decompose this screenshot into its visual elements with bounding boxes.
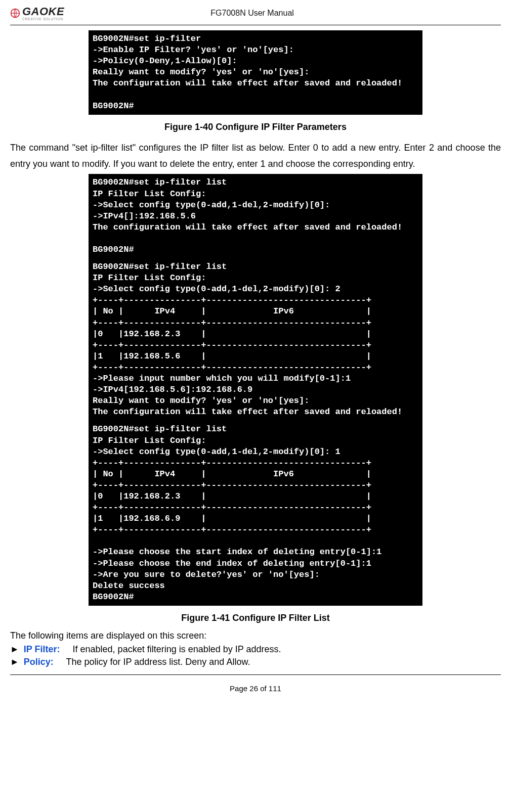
item-line-ip-filter: ► IP Filter: If enabled, packet filterin… xyxy=(10,644,501,655)
figure-caption-1: Figure 1-40 Configure IP Filter Paramete… xyxy=(10,122,501,132)
terminal-output-1: BG9002N#set ip-filter ->Enable IP Filter… xyxy=(89,30,422,115)
terminal-output-3: BG9002N#set ip-filter list IP Filter Lis… xyxy=(89,258,422,421)
logo-main: GAOKE xyxy=(22,5,64,18)
figure-caption-2: Figure 1-41 Configure IP Filter List xyxy=(10,613,501,623)
item-desc-ip-filter: If enabled, packet filtering is enabled … xyxy=(73,644,281,654)
bullet-icon: ► xyxy=(10,644,19,654)
logo-text-block: GAOKE CREATIVE SOLUTION xyxy=(22,5,64,21)
terminal-block-2: BG9002N#set ip-filter list IP Filter Lis… xyxy=(89,174,422,605)
header-divider xyxy=(10,25,501,25)
item-desc-policy: The policy for IP address list. Deny and… xyxy=(66,657,250,667)
globe-icon xyxy=(10,8,20,18)
terminal-output-2: BG9002N#set ip-filter list IP Filter Lis… xyxy=(89,174,422,258)
item-label-policy: Policy: xyxy=(24,657,54,667)
item-label-ip-filter: IP Filter: xyxy=(24,644,60,654)
logo: GAOKE CREATIVE SOLUTION xyxy=(10,5,64,21)
body-paragraph-1: The command "set ip-filter list" configu… xyxy=(10,140,501,172)
bullet-icon: ► xyxy=(10,657,19,667)
footer-divider xyxy=(10,674,501,675)
items-intro: The following items are displayed on thi… xyxy=(10,630,501,641)
doc-title: FG7008N User Manual xyxy=(64,9,440,18)
item-line-policy: ► Policy: The policy for IP address list… xyxy=(10,657,501,667)
logo-sub: CREATIVE SOLUTION xyxy=(22,17,64,21)
page-number: Page 26 of 111 xyxy=(10,684,501,693)
terminal-output-4: BG9002N#set ip-filter list IP Filter Lis… xyxy=(89,421,422,606)
header-row: GAOKE CREATIVE SOLUTION FG7008N User Man… xyxy=(10,5,501,24)
terminal-block-1: BG9002N#set ip-filter ->Enable IP Filter… xyxy=(89,30,422,115)
